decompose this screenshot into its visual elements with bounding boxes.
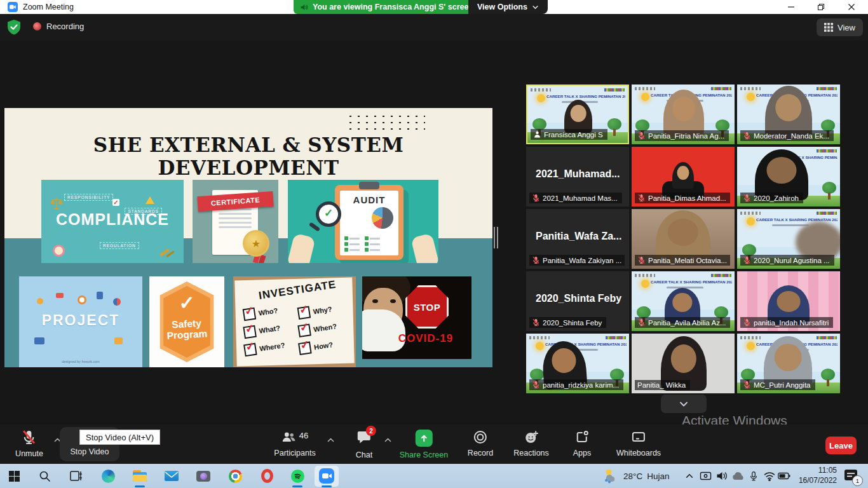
view-label: View [837,23,855,32]
chat-button[interactable]: 2 Chat [356,430,372,459]
participant-name-tag: Panitia_Dimas Ahmad... [635,193,730,203]
magnifier-check-icon: ✓ [316,201,341,227]
participant-tile[interactable]: Panitia_Melati Octavia... [632,209,735,269]
whiteboards-button[interactable]: Whiteboards [616,430,661,458]
participant-tile[interactable]: 2021_Muhamad... 2021_Muhamad Mas... [526,147,629,207]
credit-text: designed by freepik.com [19,360,142,363]
participant-name-tag: panitia_Indah Nursafitri [740,317,833,328]
participant-tile[interactable]: panitia_Indah Nursafitri [737,271,840,331]
restore-button[interactable] [808,0,834,14]
view-options-button[interactable]: View Options [468,0,548,14]
certificate-image: CERTIFICATE ★ [193,180,278,263]
zoom-app-icon[interactable] [314,464,339,488]
muted-mic-icon [532,381,540,389]
mic-icon[interactable] [749,464,758,488]
close-button[interactable] [839,0,864,14]
participant-name-tag: MC_Putri Anggita [740,379,815,390]
pie-chart-icon [372,207,393,229]
resize-handle[interactable] [494,227,498,248]
tray-chevron[interactable] [685,464,694,488]
apps-button[interactable]: Apps [573,430,592,458]
task-view-button[interactable] [64,464,89,488]
participant-tile[interactable]: CAREER TALK X SHARING PEMINATAN 2022 Fra… [526,85,629,144]
magnifier-icon [53,245,65,257]
opera-icon[interactable] [254,464,280,488]
battery-icon[interactable] [778,464,790,488]
muted-mic-icon [743,318,751,327]
participant-tile[interactable]: CAREER TALK X SHARING PEMINATAN 2022 202… [737,147,840,207]
safety-program-image: ✓ SafetyProgram [149,276,224,367]
speaker-icon[interactable] [716,464,728,488]
muted-mic-icon [532,318,540,327]
participant-tile[interactable]: CAREER TALK X SHARING PEMINATAN 2022 pan… [526,334,629,393]
participants-button[interactable]: 46 Participants [274,430,315,458]
audit-clipboard: AUDIT [335,185,403,260]
encryption-shield-icon[interactable] [6,19,22,36]
spotify-icon[interactable] [285,464,310,488]
onedrive-icon[interactable] [732,464,745,488]
weather-widget[interactable]: 28°C Hujan [602,464,669,488]
start-button[interactable] [1,464,27,488]
notification-button[interactable]: 1 [844,468,859,484]
participant-name-tag: 2020_Shinta Feby [529,317,606,328]
unmute-button[interactable]: Unmute [15,430,43,458]
participant-center-name: 2020_Shinta Feby [536,293,621,304]
recording-dot-icon [33,22,41,30]
chat-chevron[interactable] [384,436,392,444]
weather-temp: 28°C [623,471,642,481]
covid-image: STOP COVID-19 [362,276,471,359]
participant-center-name: 2021_Muhamad... [536,168,620,180]
record-button[interactable]: Record [468,430,493,458]
muted-mic-icon [532,256,540,264]
slide-title: SHE EXTERNAL & SYSTEM DEVELOPMENT [4,133,492,179]
minimize-button[interactable] [778,0,804,14]
muted-mic-icon [637,318,646,327]
participant-tile[interactable]: Panitia_Wafa Za... Panitia_Wafa Zakiyan … [526,209,629,269]
face-mask [362,309,405,351]
edge-icon[interactable] [95,464,121,488]
participant-tile[interactable]: CAREER TALK X SHARING PEMINATAN 2022 Pan… [632,271,735,331]
participant-name-tag: Panitia_ Wikka [635,380,690,390]
screen-sharing-icon [533,130,541,139]
participant-tile[interactable]: CAREER TALK X SHARING PEMINATAN 2022 Mod… [737,85,840,144]
participant-tile[interactable]: Panitia_ Wikka [632,334,735,393]
camera-icon[interactable] [191,464,216,488]
view-button[interactable]: View [817,18,863,36]
record-icon [473,430,488,445]
participant-name-tag: Panitia_Fitria Nina Ag... [635,130,729,141]
meeting-toolbar: Unmute Stop Video Stop Video (Alt+V) 46 … [0,424,868,464]
participant-tile[interactable]: CAREER TALK X SHARING PEMINATAN 2022 MC_… [737,334,840,393]
participants-icon [281,430,297,445]
recording-indicator[interactable]: Recording [33,22,84,31]
chrome-icon[interactable] [222,464,248,488]
safety-badge: ✓ SafetyProgram [158,281,216,362]
reactions-icon [524,430,539,445]
participant-name-tag: 2020_Nurul Agustina ... [740,255,834,266]
cast-icon[interactable] [700,464,712,488]
participant-tile[interactable]: Panitia_Dimas Ahmad... [632,147,735,207]
mail-icon[interactable] [159,464,184,488]
window-title: Zoom Meeting [23,3,74,11]
weather-desc: Hujan [647,471,669,481]
search-button[interactable] [32,464,57,488]
file-explorer-icon[interactable] [127,464,153,488]
project-image: PROJECT designed by freepik.com [19,276,142,367]
clock[interactable]: 11:05 16/07/2022 [790,465,837,485]
reactions-button[interactable]: Reactions [513,430,549,458]
participant-tile[interactable]: CAREER TALK X SHARING PEMINATAN 2022 202… [737,209,840,269]
more-participants-button[interactable] [661,395,707,413]
participant-name-tag: Panitia_Avila Abilia Az... [635,317,730,328]
compliance-image: RESPONSIBILITY STANDARDS REGULATION COMP… [41,180,184,263]
participants-chevron[interactable] [327,436,335,444]
zoom-logo-icon [8,2,18,12]
participant-tile[interactable]: 2020_Shinta Feby 2020_Shinta Feby [526,271,629,331]
wifi-icon[interactable] [764,464,775,488]
compliance-title: COMPLIANCE [41,210,184,229]
banner-text: You are viewing Fransisca Anggi S' scree… [313,3,473,11]
taskbar: 28°C Hujan 11:05 16/07/2022 1 [0,464,868,488]
participant-tile[interactable]: CAREER TALK X SHARING PEMINATAN 2022 Pan… [632,85,735,144]
stop-video-tooltip: Stop Video (Alt+V) [79,430,160,445]
leave-button[interactable]: Leave [825,437,857,454]
recording-label: Recording [46,22,84,31]
share-screen-button[interactable]: Share Screen [400,430,448,459]
